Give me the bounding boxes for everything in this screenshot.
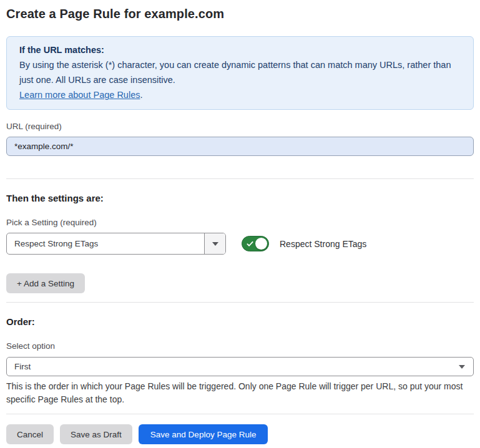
- section-divider-middle: [6, 302, 474, 303]
- settings-heading: Then the settings are:: [6, 192, 474, 205]
- order-help-text: This is the order in which your Page Rul…: [6, 380, 471, 406]
- learn-more-link[interactable]: Learn more about Page Rules: [19, 90, 140, 100]
- chevron-down-icon: [459, 365, 465, 369]
- pick-setting-label: Pick a Setting (required): [6, 217, 474, 228]
- url-input[interactable]: [6, 137, 474, 156]
- page-title: Create a Page Rule for example.com: [6, 5, 474, 22]
- chevron-down-icon: [212, 242, 218, 246]
- footer-actions: Cancel Save as Draft Save and Deploy Pag…: [6, 424, 474, 444]
- order-select-label: Select option: [6, 341, 474, 351]
- setting-select-value: Respect Strong ETags: [7, 233, 204, 254]
- setting-select[interactable]: Respect Strong ETags: [6, 233, 226, 255]
- setting-toggle-label: Respect Strong ETags: [280, 239, 366, 249]
- setting-row: Respect Strong ETags Respect Strong ETag…: [6, 233, 474, 255]
- info-box-body: By using the asterisk (*) character, you…: [19, 57, 456, 87]
- toggle-knob: [255, 238, 267, 250]
- order-select-chevron-wrap: [459, 358, 473, 376]
- order-select-value: First: [7, 358, 459, 376]
- section-divider-bottom: [6, 414, 474, 414]
- order-heading: Order:: [6, 316, 474, 328]
- setting-toggle-group: Respect Strong ETags: [242, 236, 366, 251]
- check-icon: [247, 240, 253, 247]
- order-select[interactable]: First: [6, 357, 474, 376]
- add-setting-button[interactable]: + Add a Setting: [6, 273, 85, 293]
- url-field-label: URL (required): [6, 121, 474, 132]
- create-page-rule-form: Create a Page Rule for example.com If th…: [6, 5, 474, 444]
- url-match-info-box: If the URL matches: By using the asteris…: [6, 36, 474, 110]
- setting-toggle[interactable]: [242, 236, 269, 251]
- info-link-line: Learn more about Page Rules.: [19, 87, 461, 102]
- save-draft-button[interactable]: Save as Draft: [60, 424, 132, 444]
- link-period: .: [140, 90, 142, 100]
- setting-select-arrow-button[interactable]: [204, 233, 225, 254]
- section-divider-top: [6, 178, 474, 179]
- cancel-button[interactable]: Cancel: [6, 424, 54, 444]
- info-box-heading: If the URL matches:: [19, 42, 461, 57]
- save-deploy-button[interactable]: Save and Deploy Page Rule: [139, 424, 268, 444]
